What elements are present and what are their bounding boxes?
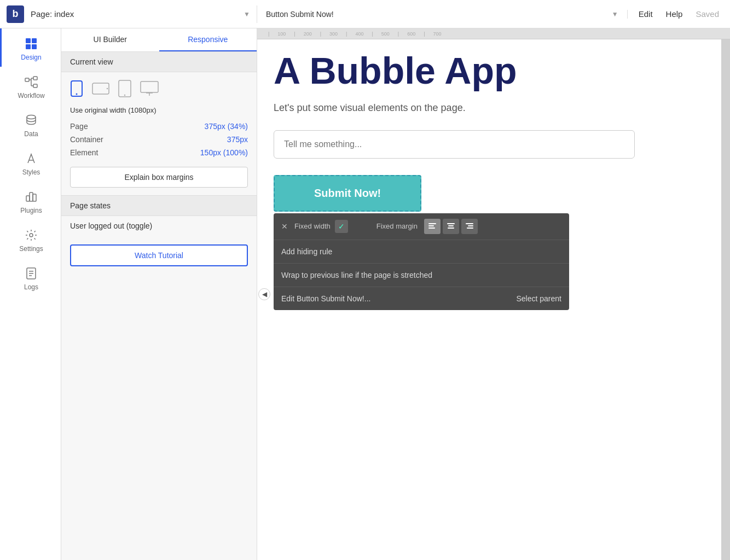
container-size-value: 375px: [227, 135, 248, 144]
sidebar: Design Workflow Data: [0, 28, 61, 560]
wrap-line-item[interactable]: Wrap to previous line if the page is str…: [274, 264, 569, 287]
svg-point-21: [76, 94, 78, 95]
svg-rect-32: [447, 223, 455, 224]
topbar-left: b Page: index ▼: [0, 5, 257, 23]
svg-rect-2: [26, 44, 31, 49]
element-title: Button Submit Now!: [266, 10, 612, 19]
svg-rect-0: [26, 38, 31, 43]
saved-status: Saved: [696, 9, 719, 19]
app-subtitle: Let's put some visual elements on the pa…: [274, 102, 705, 114]
sidebar-item-data[interactable]: Data: [0, 105, 61, 143]
canvas-scrollbar[interactable]: [721, 39, 730, 560]
page-states-header: Page states: [61, 195, 257, 216]
select-parent-item[interactable]: Select parent: [517, 294, 562, 303]
sidebar-label-styles: Styles: [22, 168, 40, 176]
explain-box-margins-button[interactable]: Explain box margins: [70, 167, 248, 188]
fixed-width-group: Fixed width ✓: [294, 220, 348, 233]
tab-ui-builder[interactable]: UI Builder: [61, 28, 159, 51]
svg-rect-34: [448, 228, 454, 229]
canvas-content: A Bubble App Let's put some visual eleme…: [257, 39, 721, 560]
context-menu-header: ✕ Fixed width ✓ Fixed margin: [274, 213, 569, 240]
align-center-button[interactable]: [443, 219, 459, 234]
svg-point-25: [124, 95, 125, 96]
tab-responsive[interactable]: Responsive: [159, 28, 257, 51]
element-size-label: Element: [70, 148, 98, 157]
panel-tabs: UI Builder Responsive: [61, 28, 257, 52]
sidebar-item-settings[interactable]: Settings: [0, 220, 61, 258]
toggle-item[interactable]: User logged out (toggle): [61, 216, 257, 236]
sidebar-label-data: Data: [24, 130, 38, 138]
context-close-button[interactable]: ✕: [281, 222, 288, 231]
container-size-row: Container 375px: [70, 135, 248, 144]
svg-rect-29: [428, 223, 436, 224]
svg-rect-24: [119, 80, 131, 97]
plugins-icon: [24, 189, 39, 205]
topbar-right: Edit Help Saved: [628, 9, 730, 19]
svg-rect-14: [33, 194, 36, 201]
topbar-center: Button Submit Now! ▼: [257, 10, 628, 19]
svg-rect-37: [467, 228, 473, 229]
data-icon: [24, 113, 39, 128]
app-logo[interactable]: b: [7, 5, 24, 23]
edit-button[interactable]: Edit: [639, 9, 653, 19]
page-dropdown-arrow[interactable]: ▼: [244, 10, 250, 18]
sidebar-item-workflow[interactable]: Workflow: [0, 67, 61, 105]
properties-panel: UI Builder Responsive Current view: [61, 28, 257, 560]
svg-rect-4: [25, 78, 29, 81]
current-view-body: Use original width (1080px) Page 375px (…: [61, 72, 257, 195]
svg-rect-5: [33, 77, 37, 80]
mobile-icon[interactable]: [70, 80, 83, 97]
page-title: Page: index: [31, 9, 244, 19]
desktop-icon[interactable]: [140, 81, 159, 96]
workflow-icon: [24, 74, 39, 90]
design-icon: [24, 36, 39, 51]
svg-point-11: [27, 115, 36, 119]
svg-rect-33: [448, 225, 454, 226]
add-hiding-rule-item[interactable]: Add hiding rule: [274, 240, 569, 264]
collapse-panel-button[interactable]: ◀: [258, 288, 270, 300]
tablet-landscape-icon[interactable]: [92, 82, 109, 95]
page-size-row: Page 375px (34%): [70, 122, 248, 131]
align-left-button[interactable]: [424, 219, 441, 234]
context-menu-footer: Edit Button Submit Now!... Select parent: [274, 287, 569, 310]
fixed-width-checkbox[interactable]: ✓: [335, 220, 348, 233]
sidebar-label-plugins: Plugins: [20, 207, 42, 214]
element-size-value: 150px (100%): [200, 148, 248, 157]
tablet-portrait-icon[interactable]: [118, 80, 131, 97]
element-size-row: Element 150px (100%): [70, 148, 248, 157]
app-title: A Bubble App: [274, 50, 705, 91]
watch-tutorial-button[interactable]: Watch Tutorial: [70, 244, 248, 266]
context-menu: ✕ Fixed width ✓ Fixed margin: [274, 213, 569, 310]
help-button[interactable]: Help: [666, 9, 683, 19]
svg-rect-36: [468, 225, 473, 226]
svg-point-15: [30, 234, 33, 237]
use-original-width: Use original width (1080px): [70, 106, 248, 114]
svg-rect-1: [32, 38, 37, 43]
svg-point-23: [107, 88, 108, 89]
svg-rect-6: [33, 84, 37, 88]
sidebar-label-workflow: Workflow: [18, 92, 44, 100]
sidebar-item-logs[interactable]: Logs: [0, 258, 61, 296]
submit-button[interactable]: Submit Now!: [274, 175, 421, 212]
edit-button-item[interactable]: Edit Button Submit Now!...: [281, 294, 370, 303]
tell-me-input[interactable]: [274, 130, 635, 159]
element-dropdown-arrow[interactable]: ▼: [612, 10, 618, 18]
svg-rect-26: [141, 81, 158, 92]
page-size-value: 375px (34%): [205, 122, 248, 131]
fixed-width-label: Fixed width: [294, 222, 331, 230]
sidebar-item-styles[interactable]: Styles: [0, 143, 61, 182]
sidebar-item-plugins[interactable]: Plugins: [0, 182, 61, 220]
svg-rect-22: [92, 83, 109, 94]
topbar: b Page: index ▼ Button Submit Now! ▼ Edi…: [0, 0, 730, 28]
align-buttons: [424, 219, 478, 234]
sidebar-item-design[interactable]: Design: [0, 28, 61, 67]
canvas-ruler: | 100 | 200 | 300 | 400 | 500 | 600 | 70…: [257, 28, 730, 39]
submit-btn-container: Submit Now! ✕ Fixed width ✓ Fixed margin: [274, 175, 421, 212]
settings-icon: [24, 228, 39, 243]
styles-icon: [24, 151, 39, 166]
canvas-area: | 100 | 200 | 300 | 400 | 500 | 600 | 70…: [257, 28, 730, 560]
sidebar-label-logs: Logs: [24, 283, 38, 291]
svg-rect-35: [466, 223, 473, 224]
main-layout: Design Workflow Data: [0, 28, 730, 560]
align-right-button[interactable]: [461, 219, 478, 234]
